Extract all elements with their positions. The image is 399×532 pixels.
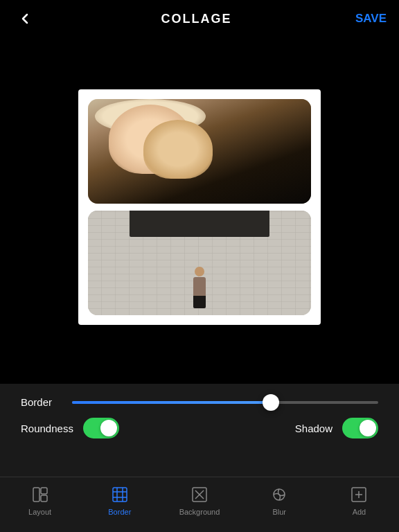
- layout-icon: [30, 484, 51, 505]
- tab-layout[interactable]: Layout: [0, 484, 80, 516]
- svg-rect-3: [113, 488, 127, 502]
- tab-background[interactable]: Background: [159, 484, 239, 516]
- photo-slot-top[interactable]: [88, 99, 311, 204]
- slider-fill: [72, 401, 271, 404]
- roundness-toggle-group: Roundness: [21, 418, 119, 438]
- person-figure: [192, 267, 207, 308]
- border-slider[interactable]: [72, 401, 378, 404]
- toggles-section: Roundness Shadow: [0, 412, 399, 444]
- background-icon: [189, 484, 210, 505]
- tab-background-label: Background: [179, 508, 220, 516]
- border-icon: [109, 484, 130, 505]
- svg-rect-1: [41, 488, 47, 494]
- shadow-label: Shadow: [295, 423, 332, 434]
- photo-slot-bottom[interactable]: [88, 211, 311, 315]
- shadow-knob: [360, 420, 376, 436]
- shadow-toggle[interactable]: [342, 418, 378, 438]
- roundness-knob: [100, 420, 117, 436]
- tab-blur-label: Blur: [272, 508, 286, 516]
- svg-rect-2: [41, 495, 47, 502]
- tab-border[interactable]: Border: [80, 484, 159, 516]
- app-header: COLLAGE SAVE: [0, 0, 399, 37]
- roundness-toggle[interactable]: [83, 418, 119, 438]
- tab-add[interactable]: Add: [319, 484, 399, 516]
- tab-border-label: Border: [108, 508, 131, 516]
- tab-layout-label: Layout: [28, 508, 51, 516]
- add-icon: [348, 484, 369, 505]
- collage-canvas-area: [0, 37, 399, 377]
- collage-frame: [78, 89, 321, 325]
- page-title: COLLAGE: [161, 12, 231, 26]
- shadow-toggle-group: Shadow: [295, 418, 378, 438]
- back-button[interactable]: [12, 6, 37, 31]
- roundness-label: Roundness: [21, 423, 73, 434]
- slider-thumb[interactable]: [263, 394, 279, 411]
- tab-blur[interactable]: Blur: [240, 484, 319, 516]
- tab-bar: Layout Border: [0, 477, 399, 532]
- border-label: Border: [21, 396, 61, 408]
- tab-add-label: Add: [353, 508, 366, 516]
- border-control: Border: [0, 384, 399, 412]
- blur-icon: [269, 484, 290, 505]
- save-button[interactable]: SAVE: [355, 12, 387, 26]
- svg-rect-0: [33, 488, 39, 502]
- controls-panel: Border Roundness Shadow: [0, 384, 399, 532]
